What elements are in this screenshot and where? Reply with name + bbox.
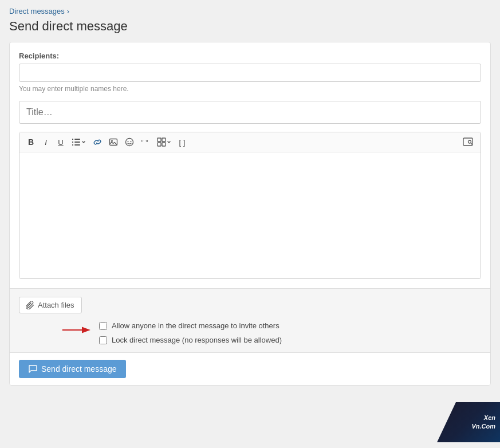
attach-section: Attach files — [19, 297, 481, 313]
recipients-label: Recipients: — [19, 52, 481, 60]
image-button[interactable] — [106, 135, 121, 149]
svg-rect-0 — [74, 139, 80, 140]
preview-button[interactable] — [460, 135, 476, 149]
breadcrumb: Direct messages › — [9, 7, 491, 15]
lock-message-label: Lock direct message (no responses will b… — [112, 336, 282, 344]
svg-rect-2 — [74, 144, 80, 146]
recipients-field-group: Recipients: You may enter multiple names… — [19, 52, 481, 93]
submit-section: Send direct message — [10, 352, 490, 385]
allow-invite-label: Allow anyone in the direct message to in… — [112, 321, 279, 330]
checkbox-row-1: Allow anyone in the direct message to in… — [99, 321, 282, 330]
svg-point-9 — [128, 141, 129, 142]
arrow-area — [19, 321, 99, 339]
recipients-hint: You may enter multiple names here. — [19, 85, 481, 93]
italic-button[interactable]: I — [39, 135, 53, 149]
media-button[interactable] — [154, 135, 174, 149]
page-title: Send direct message — [9, 19, 491, 34]
attach-files-label: Attach files — [38, 301, 74, 309]
footer-inner: Attach files — [19, 297, 481, 344]
paperclip-icon — [26, 301, 34, 309]
breadcrumb-chevron: › — [67, 7, 69, 15]
card-footer: Attach files — [10, 288, 490, 352]
bracket-button[interactable]: [ ] — [175, 135, 189, 149]
editor-content-area[interactable] — [19, 152, 481, 278]
svg-rect-4 — [72, 142, 73, 143]
svg-rect-3 — [72, 139, 73, 140]
svg-rect-14 — [162, 138, 166, 142]
attach-files-button[interactable]: Attach files — [19, 297, 82, 313]
underline-button[interactable]: U — [54, 135, 68, 149]
svg-text:": " — [145, 139, 148, 146]
arrow-icon — [60, 321, 95, 339]
watermark-line2: Vn.Com — [471, 423, 495, 430]
svg-point-8 — [126, 139, 133, 146]
breadcrumb-link[interactable]: Direct messages — [9, 7, 65, 15]
editor-wrapper: B I U — [19, 132, 481, 279]
svg-text:": " — [141, 139, 144, 146]
svg-line-19 — [471, 143, 472, 145]
svg-point-10 — [131, 141, 132, 142]
checkboxes-container: Allow anyone in the direct message to in… — [99, 321, 282, 344]
watermark-line1: Xen — [484, 414, 495, 421]
checkbox-row-2: Lock direct message (no responses will b… — [99, 336, 282, 344]
list-button[interactable] — [69, 135, 89, 149]
link-button[interactable] — [90, 135, 105, 149]
title-input[interactable] — [19, 101, 481, 124]
send-button-label: Send direct message — [41, 364, 117, 374]
svg-rect-15 — [158, 143, 161, 146]
svg-rect-5 — [72, 144, 73, 146]
toolbar-right — [460, 135, 476, 149]
watermark-text: Xen Vn.Com — [471, 414, 495, 431]
bold-button[interactable]: B — [24, 135, 38, 149]
options-row: Allow anyone in the direct message to in… — [19, 321, 481, 344]
allow-invite-checkbox[interactable] — [99, 322, 107, 330]
quote-button[interactable]: " " — [138, 135, 153, 149]
chat-icon — [28, 364, 37, 374]
lock-message-checkbox[interactable] — [99, 336, 107, 344]
svg-rect-16 — [162, 143, 166, 146]
svg-rect-1 — [74, 142, 80, 143]
editor-toolbar: B I U — [19, 132, 481, 152]
main-card: Recipients: You may enter multiple names… — [9, 42, 491, 386]
svg-rect-13 — [158, 138, 161, 142]
svg-point-7 — [111, 140, 113, 142]
recipients-input[interactable] — [19, 64, 481, 82]
card-body: Recipients: You may enter multiple names… — [10, 42, 490, 288]
send-message-button[interactable]: Send direct message — [19, 360, 126, 378]
emoji-button[interactable] — [122, 135, 137, 149]
